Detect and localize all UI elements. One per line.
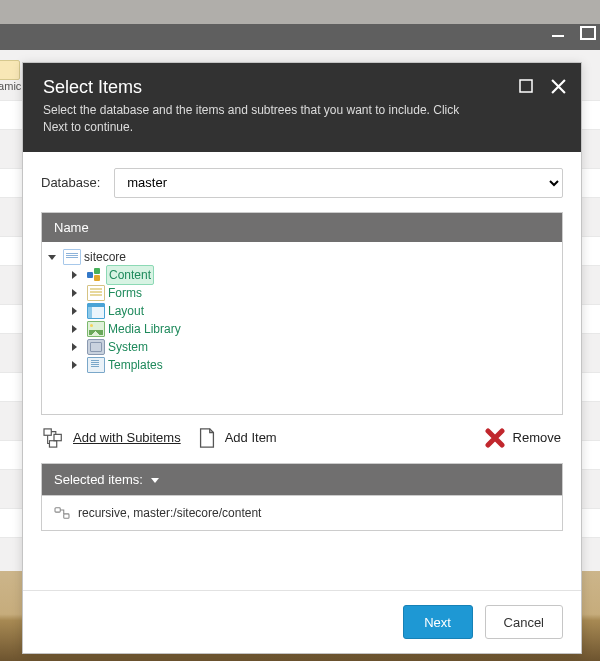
node-icon bbox=[87, 285, 105, 301]
expand-toggle-icon[interactable] bbox=[48, 251, 60, 263]
window-maximize-icon[interactable] bbox=[580, 26, 596, 40]
svg-rect-0 bbox=[520, 80, 532, 92]
bg-thumb-icon bbox=[0, 60, 20, 80]
node-label[interactable]: sitecore bbox=[84, 248, 126, 266]
node-icon bbox=[87, 339, 105, 355]
node-label[interactable]: Templates bbox=[108, 356, 163, 374]
selected-item-text: recursive, master:/sitecore/content bbox=[78, 506, 261, 520]
tree-node-sitecore[interactable]: sitecore bbox=[48, 248, 558, 266]
node-icon bbox=[87, 357, 105, 373]
tree-node[interactable]: Media Library bbox=[72, 320, 558, 338]
node-label[interactable]: Media Library bbox=[108, 320, 181, 338]
expand-toggle-icon[interactable] bbox=[72, 287, 84, 299]
next-button[interactable]: Next bbox=[403, 605, 473, 639]
tree-node[interactable]: Content bbox=[72, 266, 558, 284]
expand-toggle-icon[interactable] bbox=[72, 359, 84, 371]
svg-rect-4 bbox=[55, 507, 60, 511]
chevron-down-icon bbox=[151, 472, 159, 487]
svg-rect-5 bbox=[64, 513, 69, 517]
tree-node[interactable]: Layout bbox=[72, 302, 558, 320]
add-with-subitems-button[interactable]: Add with Subitems bbox=[43, 428, 181, 448]
cancel-button[interactable]: Cancel bbox=[485, 605, 563, 639]
dialog-subtitle: Select the database and the items and su… bbox=[43, 102, 483, 136]
add-with-subitems-label: Add with Subitems bbox=[73, 430, 181, 445]
selected-items-header-label: Selected items: bbox=[54, 472, 143, 487]
remove-label: Remove bbox=[513, 430, 561, 445]
subitems-icon bbox=[43, 428, 65, 448]
svg-rect-2 bbox=[54, 434, 61, 440]
database-label: Database: bbox=[41, 175, 100, 190]
link-icon bbox=[54, 506, 70, 520]
add-item-button[interactable]: Add Item bbox=[197, 427, 277, 449]
remove-icon bbox=[485, 428, 505, 448]
expand-toggle-icon[interactable] bbox=[72, 341, 84, 353]
tree-node[interactable]: System bbox=[72, 338, 558, 356]
dialog-close-icon[interactable] bbox=[549, 77, 567, 95]
dialog-maximize-icon[interactable] bbox=[517, 77, 535, 95]
dialog-title: Select Items bbox=[43, 77, 561, 98]
node-icon bbox=[87, 303, 105, 319]
window-minimize-icon[interactable] bbox=[552, 34, 564, 37]
svg-rect-3 bbox=[49, 440, 56, 446]
node-icon bbox=[87, 321, 105, 337]
tree-node[interactable]: Templates bbox=[72, 356, 558, 374]
add-item-label: Add Item bbox=[225, 430, 277, 445]
expand-toggle-icon[interactable] bbox=[72, 269, 84, 281]
svg-rect-1 bbox=[44, 429, 51, 435]
node-icon bbox=[63, 249, 81, 265]
expand-toggle-icon[interactable] bbox=[72, 323, 84, 335]
expand-toggle-icon[interactable] bbox=[72, 305, 84, 317]
item-tree[interactable]: sitecore ContentFormsLayoutMedia Library… bbox=[42, 242, 562, 414]
dialog-header: Select Items Select the database and the… bbox=[23, 63, 581, 152]
remove-button[interactable]: Remove bbox=[485, 428, 561, 448]
select-items-dialog: Select Items Select the database and the… bbox=[22, 62, 582, 654]
node-label[interactable]: System bbox=[108, 338, 148, 356]
selected-items-header[interactable]: Selected items: bbox=[41, 463, 563, 495]
selected-item-row[interactable]: recursive, master:/sitecore/content bbox=[41, 495, 563, 531]
bg-thumb-label: namic bbox=[0, 80, 21, 92]
node-label[interactable]: Forms bbox=[108, 284, 142, 302]
tree-node[interactable]: Forms bbox=[72, 284, 558, 302]
node-label[interactable]: Content bbox=[106, 265, 154, 285]
database-select[interactable]: master bbox=[114, 168, 563, 198]
node-label[interactable]: Layout bbox=[108, 302, 144, 320]
add-item-icon bbox=[197, 427, 217, 449]
tree-header-name: Name bbox=[42, 213, 562, 242]
node-icon bbox=[87, 268, 103, 282]
